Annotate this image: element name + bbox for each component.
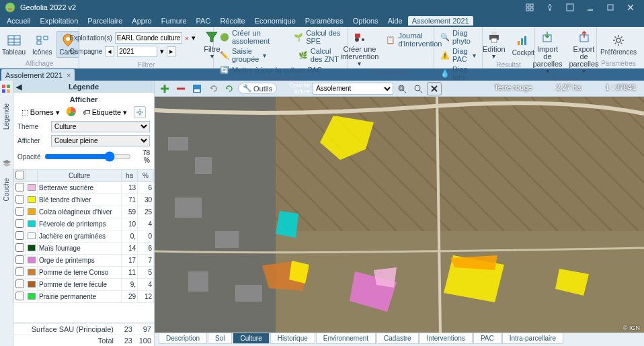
row-checkbox[interactable] xyxy=(15,267,24,276)
maptab-pac[interactable]: PAC xyxy=(473,333,501,344)
menu-pac[interactable]: PAC xyxy=(192,16,215,26)
row-checkbox[interactable] xyxy=(15,219,24,228)
icones-button[interactable]: Icônes xyxy=(30,32,54,57)
zoom-fit-button[interactable] xyxy=(395,82,409,95)
afficher-select[interactable]: Couleur pleine xyxy=(51,135,150,146)
pin-icon[interactable] xyxy=(540,1,559,14)
tableau-button[interactable]: Tableau xyxy=(0,32,28,57)
table-row[interactable]: Colza oléagineux d'hiver 59 25 xyxy=(14,206,154,218)
undo-button[interactable] xyxy=(206,82,220,95)
menu-assolement-2021[interactable]: Assolement 2021 xyxy=(408,16,473,26)
dropdown-icon[interactable]: ▾ xyxy=(192,34,196,42)
maptab-interventions[interactable]: Interventions xyxy=(419,333,473,344)
creer-intervention-button[interactable]: Créer une intervention ▾ xyxy=(338,28,382,69)
svg-rect-6 xyxy=(567,4,573,11)
refresh-button[interactable] xyxy=(222,82,237,95)
save-button[interactable] xyxy=(190,82,204,95)
row-checkbox[interactable] xyxy=(15,255,24,264)
table-row[interactable]: Pomme de terre fécule 9, 4 xyxy=(14,279,154,291)
minimize-button[interactable] xyxy=(581,1,600,14)
maptab-intra-parcellaire[interactable]: Intra-parcellaire xyxy=(502,333,563,344)
export-parcelles-button[interactable]: Export de parcelles ▾ xyxy=(567,28,602,76)
creer-assolement-button[interactable]: 🟢Créer un assolement xyxy=(218,28,282,46)
bornes-button[interactable]: ⬚ Bornes ▾ xyxy=(22,108,60,117)
menu-parcellaire[interactable]: Parcellaire xyxy=(83,16,126,26)
expand-icon[interactable] xyxy=(561,1,579,14)
maptab-culture[interactable]: Culture xyxy=(233,333,269,344)
maptab-cadastre[interactable]: Cadastre xyxy=(376,333,419,344)
menu-options[interactable]: Options xyxy=(349,16,383,26)
zoom-button[interactable] xyxy=(411,82,426,95)
table-row[interactable]: Jachère en graminées 0, 0 xyxy=(14,230,154,243)
map-view[interactable] xyxy=(155,97,644,333)
maptab-description[interactable]: Description xyxy=(159,333,207,344)
gear-icon[interactable] xyxy=(134,106,146,118)
table-row[interactable]: Féverole de printemps 10 4 xyxy=(14,218,154,230)
table-row[interactable]: Blé tendre d'hiver 71 30 xyxy=(14,194,154,206)
collapse-icon[interactable]: ◀ xyxy=(16,83,22,91)
campagne-input[interactable] xyxy=(117,46,157,57)
theme-select[interactable]: Culture xyxy=(51,121,150,132)
menu-fumure[interactable]: Fumure xyxy=(157,16,191,26)
doc-tab-assolement[interactable]: Assolement 2021 × xyxy=(1,69,75,81)
next-icon[interactable]: ▸ xyxy=(167,46,176,56)
clear-icon[interactable]: × xyxy=(185,34,189,42)
diag-ferti-button[interactable]: 💧Diag ferti xyxy=(438,64,478,82)
layers-icon[interactable] xyxy=(2,159,11,169)
menu-paramètres[interactable]: Paramètres xyxy=(301,16,348,26)
saisie-groupee-button[interactable]: ✏️Saisie groupée ▾ xyxy=(218,46,268,64)
row-checkbox[interactable] xyxy=(15,207,24,216)
row-checkbox[interactable] xyxy=(15,243,24,252)
outils-button[interactable]: 🔧Outils xyxy=(238,83,277,94)
close-x-button[interactable] xyxy=(427,82,442,95)
diag-pac-button[interactable]: ⚠️Diag PAC ▾ xyxy=(438,46,478,64)
add-button[interactable] xyxy=(157,82,172,95)
dropdown-icon[interactable]: ▾ xyxy=(160,47,164,56)
table-row[interactable]: Pomme de terre Conso 11 5 xyxy=(14,267,154,279)
row-checkbox[interactable] xyxy=(15,183,24,191)
maptab-historique[interactable]: Historique xyxy=(270,333,315,344)
row-checkbox[interactable] xyxy=(15,292,24,300)
sidetab-legende[interactable]: Légende xyxy=(1,101,11,132)
import-parcelles-button[interactable]: Import de parcelles ▾ xyxy=(530,28,565,76)
calcul-znt-button[interactable]: 🌿Calcul des ZNT xyxy=(296,46,344,64)
pie-icon[interactable] xyxy=(67,107,76,118)
menu-exploitation[interactable]: Exploitation xyxy=(36,16,82,26)
maximize-button[interactable] xyxy=(601,1,620,14)
diag-phyto-button[interactable]: 🔍Diag phyto xyxy=(438,28,478,46)
parcel-area: 2,27 ha xyxy=(556,83,581,91)
legend-swatch-icon[interactable] xyxy=(2,85,11,94)
calcul-spe-button[interactable]: 🌱Calcul des SPE xyxy=(292,28,344,46)
prev-icon[interactable]: ◂ xyxy=(105,46,114,56)
row-checkbox[interactable] xyxy=(15,231,24,240)
close-button[interactable] xyxy=(621,1,640,14)
preferences-button[interactable]: Préférences xyxy=(598,32,639,57)
close-tab-icon[interactable]: × xyxy=(67,71,71,79)
table-row[interactable]: Maïs fourrage 14 6 xyxy=(14,243,154,255)
menu-economique[interactable]: Economique xyxy=(251,16,300,26)
row-checkbox[interactable] xyxy=(15,279,24,288)
svg-rect-26 xyxy=(521,38,523,45)
remove-button[interactable] xyxy=(173,82,188,95)
sidetab-couche[interactable]: Couche xyxy=(1,175,11,204)
exploitation-input[interactable] xyxy=(115,32,182,44)
table-row[interactable]: Orge de printemps 17 7 xyxy=(14,255,154,267)
map-panel: 🔧Outils Couche active Assolement Terre r… xyxy=(155,81,644,346)
table-row[interactable]: Betterave sucrière 13 6 xyxy=(14,182,154,194)
maj-culture-button[interactable]: 🔄Mettre à jour la culture PAC xyxy=(218,64,324,75)
table-row[interactable]: Prairie permanente 29 12 xyxy=(14,291,154,303)
menu-appro[interactable]: Appro xyxy=(128,16,155,26)
menu-récolte[interactable]: Récolte xyxy=(216,16,249,26)
maptab-environnement[interactable]: Environnement xyxy=(316,333,376,344)
couche-select[interactable]: Assolement xyxy=(313,83,393,95)
check-col[interactable] xyxy=(14,170,26,182)
opacite-slider[interactable] xyxy=(44,151,131,162)
menu-aide[interactable]: Aide xyxy=(384,16,407,26)
edition-button[interactable]: Edition ▾ xyxy=(480,28,508,61)
menu-accueil[interactable]: Accueil xyxy=(3,16,34,26)
culture-label: Betterave sucrière xyxy=(38,182,122,194)
maptab-sol[interactable]: Sol xyxy=(208,333,232,344)
etiquette-button[interactable]: 🏷 Etiquette ▾ xyxy=(83,108,128,117)
row-checkbox[interactable] xyxy=(15,195,24,204)
layout-icon[interactable] xyxy=(520,1,539,14)
